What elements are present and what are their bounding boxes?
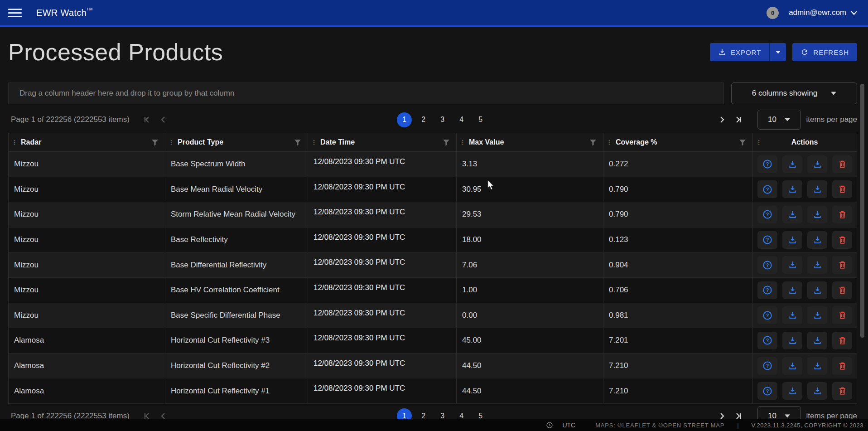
prev-page-icon (160, 116, 166, 123)
cell-coverage: 0.981 (603, 303, 752, 328)
delete-button[interactable] (832, 306, 852, 324)
drag-handle-icon[interactable]: ⋮ (311, 139, 317, 146)
page-button-3[interactable]: 3 (435, 112, 450, 127)
drag-handle-icon[interactable]: ⋮ (756, 139, 762, 146)
next-page-button[interactable] (714, 111, 730, 128)
download-button[interactable] (782, 155, 802, 173)
cell-product-type: Horizontal Cut Reflectivity #3 (165, 328, 308, 353)
columns-showing-select[interactable]: 6 columns showing (731, 82, 857, 104)
help-button[interactable]: ? (757, 180, 777, 198)
download-secondary-button[interactable] (807, 382, 827, 400)
table-row[interactable]: Mizzou Base Specific Differential Phase … (9, 303, 857, 329)
download-icon (788, 160, 797, 169)
download-button[interactable] (782, 256, 802, 274)
menu-icon[interactable] (8, 9, 22, 17)
download-button[interactable] (782, 180, 802, 198)
table-row[interactable]: Mizzou Base Reflectivity 12/08/2023 09:3… (9, 228, 857, 253)
header-radar[interactable]: ⋮Radar (9, 133, 165, 151)
filter-icon[interactable] (443, 139, 450, 146)
caret-down-icon (785, 118, 790, 121)
download-secondary-button[interactable] (807, 357, 827, 375)
drag-handle-icon[interactable]: ⋮ (459, 139, 466, 146)
export-button[interactable]: EXPORT (710, 43, 769, 61)
header-coverage[interactable]: ⋮Coverage % (603, 133, 752, 151)
help-button[interactable]: ? (757, 357, 777, 375)
page-button-5[interactable]: 5 (473, 112, 488, 127)
help-button[interactable]: ? (757, 382, 777, 400)
download-secondary-button[interactable] (807, 206, 827, 223)
download-button[interactable] (782, 332, 802, 349)
download-secondary-button[interactable] (807, 281, 827, 299)
delete-button[interactable] (832, 382, 852, 400)
download-secondary-button[interactable] (807, 306, 827, 324)
download-secondary-button[interactable] (807, 256, 827, 274)
table-row[interactable]: Alamosa Horizontal Cut Reflectivity #2 1… (9, 354, 857, 379)
help-button[interactable]: ? (757, 332, 777, 349)
vertical-scrollbar[interactable] (860, 84, 864, 338)
table-row[interactable]: Mizzou Storm Relative Mean Radial Veloci… (9, 202, 857, 228)
cell-product-type: Storm Relative Mean Radial Velocity (165, 202, 308, 227)
delete-button[interactable] (832, 206, 852, 223)
cell-date-time: 12/08/2023 09:30 PM UTC (308, 278, 456, 303)
download-button[interactable] (782, 231, 802, 249)
page-button-2[interactable]: 2 (416, 112, 431, 127)
download-button[interactable] (782, 306, 802, 324)
export-dropdown-button[interactable] (769, 43, 786, 61)
download-button[interactable] (782, 357, 802, 375)
drag-handle-icon[interactable]: ⋮ (168, 139, 174, 146)
prev-page-button[interactable] (155, 111, 171, 128)
page-button-4[interactable]: 4 (454, 112, 469, 127)
delete-button[interactable] (832, 155, 852, 173)
cell-date-time: 12/08/2023 09:30 PM UTC (308, 328, 456, 353)
download-button[interactable] (782, 206, 802, 223)
help-button[interactable]: ? (757, 306, 777, 324)
help-button[interactable]: ? (757, 231, 777, 249)
header-max-value[interactable]: ⋮Max Value (456, 133, 603, 151)
delete-button[interactable] (832, 180, 852, 198)
filter-icon[interactable] (294, 139, 301, 146)
filter-icon[interactable] (151, 139, 159, 146)
help-button[interactable]: ? (757, 206, 777, 223)
download-secondary-button[interactable] (807, 332, 827, 349)
download-button[interactable] (782, 281, 802, 299)
notification-badge[interactable]: 0 (767, 7, 779, 19)
table-row[interactable]: Mizzou Base Mean Radial Velocity 12/08/2… (9, 177, 857, 203)
help-button[interactable]: ? (757, 281, 777, 299)
delete-button[interactable] (832, 256, 852, 274)
drag-handle-icon[interactable]: ⋮ (11, 139, 18, 146)
last-page-button[interactable] (730, 111, 747, 128)
page-size-select[interactable]: 10 (757, 110, 801, 130)
trash-icon (838, 361, 847, 371)
delete-button[interactable] (832, 281, 852, 299)
filter-icon[interactable] (589, 139, 597, 146)
filter-icon[interactable] (739, 139, 746, 146)
table-row[interactable]: Alamosa Horizontal Cut Reflectivity #1 1… (9, 378, 857, 404)
delete-button[interactable] (832, 357, 852, 375)
help-button[interactable]: ? (757, 256, 777, 274)
first-page-button[interactable] (139, 111, 155, 128)
help-button[interactable]: ? (757, 155, 777, 173)
table-row[interactable]: Mizzou Base Differential Reflectivity 12… (9, 252, 857, 278)
delete-button[interactable] (832, 231, 852, 249)
page-button-1[interactable]: 1 (397, 112, 412, 127)
cell-date-time: 12/08/2023 09:30 PM UTC (308, 228, 456, 252)
download-secondary-button[interactable] (807, 180, 827, 198)
download-secondary-button[interactable] (807, 231, 827, 249)
drag-handle-icon[interactable]: ⋮ (606, 139, 612, 146)
download-secondary-button[interactable] (807, 155, 827, 173)
table-row[interactable]: Mizzou Base Spectrum Width 12/08/2023 09… (9, 152, 857, 177)
user-menu[interactable]: admin@ewr.com (789, 8, 857, 17)
delete-button[interactable] (832, 332, 852, 349)
cell-actions: ? (752, 378, 857, 403)
cell-date-time: 12/08/2023 09:30 PM UTC (308, 202, 456, 227)
table-row[interactable]: Alamosa Horizontal Cut Reflectivity #3 1… (9, 328, 857, 354)
header-product-type[interactable]: ⋮Product Type (165, 133, 308, 151)
app-title: EWR WatchTM (36, 8, 92, 18)
download-button[interactable] (782, 382, 802, 400)
group-by-dropzone[interactable]: Drag a column header here and drop it to… (8, 82, 724, 104)
timezone-label[interactable]: UTC (562, 421, 575, 429)
header-date-time[interactable]: ⋮Date Time (308, 133, 456, 151)
refresh-button[interactable]: REFRESH (792, 43, 857, 61)
first-page-icon (143, 116, 151, 123)
table-row[interactable]: Mizzou Base HV Correlation Coefficient 1… (9, 278, 857, 303)
